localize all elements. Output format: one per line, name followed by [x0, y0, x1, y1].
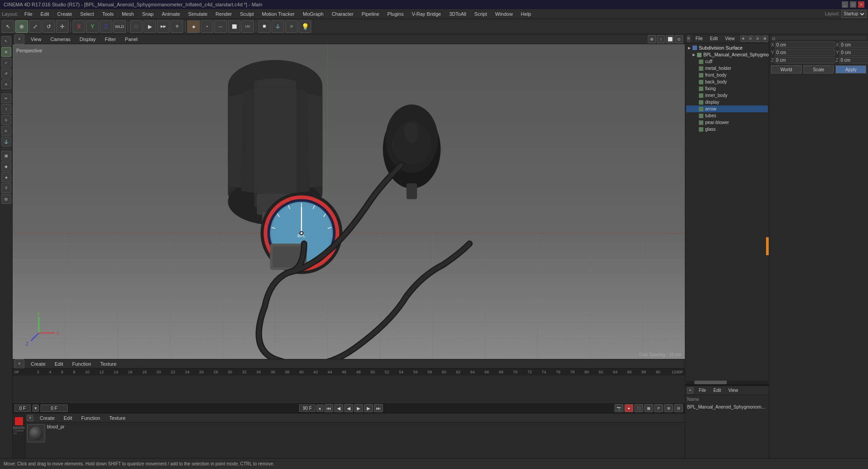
minimize-btn[interactable]: _: [842, 1, 848, 8]
tree-item-metal-holder[interactable]: metal_holder: [686, 65, 768, 72]
snap-settings-btn[interactable]: ⊙: [285, 20, 298, 33]
menu-file[interactable]: File: [21, 10, 36, 18]
sb-knife[interactable]: K: [1, 126, 11, 136]
tree-item-glass[interactable]: glass: [686, 126, 768, 133]
vp-menu-cameras[interactable]: Cameras: [48, 36, 74, 43]
menu-motion-tracker[interactable]: Motion Tracker: [259, 10, 299, 18]
rp-menu-file[interactable]: File: [694, 35, 705, 42]
light-btn[interactable]: 💡: [299, 20, 311, 33]
render-frame-btn[interactable]: 📷: [614, 404, 623, 412]
frame-step-down[interactable]: ▼: [32, 405, 39, 412]
magnet-btn[interactable]: ⚓: [272, 20, 284, 33]
rp-icon-4[interactable]: ⊞: [762, 36, 768, 42]
menu-snap[interactable]: Snap: [139, 10, 157, 18]
tl-menu-create[interactable]: Create: [28, 360, 48, 368]
menu-sculpt[interactable]: Sculpt: [236, 10, 258, 18]
sb-sphere[interactable]: ◉: [1, 161, 11, 171]
scale-tool-btn[interactable]: ⤢: [29, 20, 42, 33]
sb-rotate[interactable]: ↺: [1, 69, 11, 78]
sb-spline[interactable]: S: [1, 115, 11, 125]
tree-item-cuff[interactable]: cuff: [686, 58, 768, 65]
vp-icon-2[interactable]: ↑: [657, 35, 665, 43]
menu-select[interactable]: Select: [77, 10, 98, 18]
render-settings-btn[interactable]: ⚙: [171, 20, 183, 33]
layout-btn[interactable]: ⊟: [674, 404, 683, 412]
vp-icon-1[interactable]: ⊕: [648, 35, 656, 43]
sb-line[interactable]: ⌇: [1, 104, 11, 114]
edge-mode-btn[interactable]: —: [214, 20, 227, 33]
snap-btn[interactable]: 🔲: [258, 20, 271, 33]
menu-pipeline[interactable]: Pipeline: [358, 10, 383, 18]
move-tool-btn[interactable]: ⊕: [15, 20, 28, 33]
rp-menu-view[interactable]: View: [723, 35, 737, 42]
rp-scrollbar[interactable]: [686, 381, 768, 384]
menu-render[interactable]: Render: [212, 10, 235, 18]
timeline-btn[interactable]: ⊞: [664, 404, 673, 412]
rp-scrollbar-thumb[interactable]: [694, 381, 727, 384]
coord-z-pos-input[interactable]: [775, 57, 835, 64]
z-axis-btn[interactable]: Z: [100, 20, 112, 33]
poly-mode-btn[interactable]: ⬜: [228, 20, 240, 33]
coord-y-pos-input[interactable]: [775, 49, 835, 56]
x-axis-btn[interactable]: X: [73, 20, 85, 33]
coord-z2-input[interactable]: [839, 57, 868, 64]
rpb-menu-file[interactable]: File: [697, 387, 708, 394]
sb-move[interactable]: ⊕: [1, 47, 11, 57]
sb-transform[interactable]: ✛: [1, 79, 11, 89]
tl-sidebar-toggle[interactable]: ≡: [14, 359, 24, 369]
mat-menu-function[interactable]: Function: [78, 414, 103, 422]
vp-menu-view[interactable]: View: [28, 36, 44, 43]
sb-box[interactable]: ▦: [1, 151, 11, 161]
select-tool-btn[interactable]: ↖: [2, 20, 14, 33]
tree-item-front-body[interactable]: front_body: [686, 72, 768, 78]
auto-key-btn[interactable]: ⚫: [634, 404, 643, 412]
record-btn[interactable]: ●: [624, 404, 633, 412]
tree-item-arrow[interactable]: arrow: [686, 106, 768, 112]
apply-button[interactable]: Apply: [836, 65, 866, 74]
menu-window[interactable]: Window: [491, 10, 516, 18]
menu-create[interactable]: Create: [54, 10, 76, 18]
coord-y2-input[interactable]: [840, 49, 868, 56]
vp-icon-3[interactable]: ⬜: [666, 35, 674, 43]
play-reverse-btn[interactable]: ◀: [344, 404, 353, 412]
sb-material[interactable]: ◍: [1, 194, 11, 204]
end-frame-input[interactable]: [299, 405, 315, 412]
menu-vray[interactable]: V-Ray Bridge: [408, 10, 445, 18]
sb-deform[interactable]: ⧖: [1, 183, 11, 193]
tree-item-pear-blower[interactable]: pear-blower: [686, 119, 768, 126]
tree-item-display[interactable]: display: [686, 99, 768, 106]
timeline-content[interactable]: [13, 376, 685, 403]
menu-character[interactable]: Character: [328, 10, 357, 18]
point-mode-btn[interactable]: •: [201, 20, 213, 33]
tl-menu-edit[interactable]: Edit: [52, 360, 66, 368]
sb-select[interactable]: ↖: [1, 36, 11, 46]
vp-menu-filter[interactable]: Filter: [102, 36, 118, 43]
menu-plugins[interactable]: Plugins: [384, 10, 407, 18]
sb-param[interactable]: ◈: [1, 172, 11, 182]
tl-menu-texture[interactable]: Texture: [97, 360, 119, 368]
mat-menu-create[interactable]: Create: [37, 414, 57, 422]
scale-button[interactable]: Scale: [803, 65, 834, 74]
goto-start-btn[interactable]: ⏮: [324, 404, 333, 412]
object-mode-btn[interactable]: ◆: [187, 20, 200, 33]
rpb-menu-view[interactable]: View: [726, 387, 740, 394]
rp-menu-edit[interactable]: Edit: [708, 35, 720, 42]
frame-display[interactable]: [41, 405, 68, 412]
tree-item-root[interactable]: ▶ BPL_Manual_Aneroid_Sphygmonom...: [686, 51, 768, 58]
mat-sidebar-toggle[interactable]: ≡: [27, 415, 33, 421]
menu-tools[interactable]: Tools: [98, 10, 117, 18]
play-btn[interactable]: ▶: [354, 404, 363, 412]
tl-menu-function[interactable]: Function: [69, 360, 94, 368]
render-all-btn[interactable]: ▶▶: [157, 20, 170, 33]
frame-stepper[interactable]: ▲: [316, 405, 323, 412]
motion-clip-btn[interactable]: ▦: [644, 404, 653, 412]
rp-sidebar-toggle[interactable]: ≡: [687, 36, 690, 42]
tree-item-back-body[interactable]: back_body: [686, 78, 768, 85]
menu-mograph[interactable]: MoGraph: [299, 10, 327, 18]
menu-mesh[interactable]: Mesh: [118, 10, 138, 18]
close-btn[interactable]: ×: [858, 1, 864, 8]
vp-menu-display[interactable]: Display: [77, 36, 98, 43]
goto-end-btn[interactable]: ⏭: [374, 404, 383, 412]
rp-icon-1[interactable]: ⊕: [740, 36, 747, 42]
y-axis-btn[interactable]: Y: [86, 20, 99, 33]
